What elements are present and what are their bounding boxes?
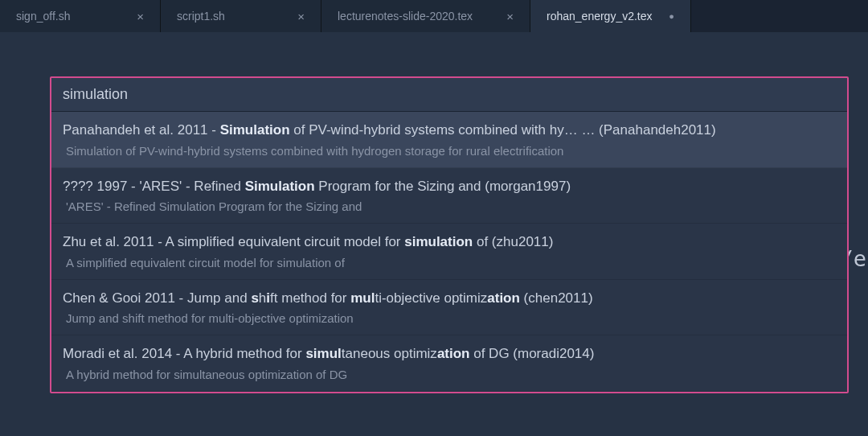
tab-label: lecturenotes-slide-2020.tex [338,10,473,23]
result-title: Panahandeh et al. 2011 - Simulation of P… [63,120,836,141]
result-title: Moradi et al. 2014 - A hybrid method for… [63,343,836,364]
tab-sign-off[interactable]: sign_off.sh × [0,0,161,32]
result-item[interactable]: ???? 1997 - 'ARES' - Refined Simulation … [51,168,847,224]
tab-label: script1.sh [177,10,225,23]
search-input[interactable]: simulation [51,78,847,112]
result-item[interactable]: Zhu et al. 2011 - A simplified equivalen… [51,224,847,280]
editor-area[interactable]: each other, i.e., when the load of MG 2 … [0,32,868,436]
result-subtitle: 'ARES' - Refined Simulation Program for … [63,199,836,213]
result-item[interactable]: Panahandeh et al. 2011 - Simulation of P… [51,112,847,168]
close-icon[interactable]: × [137,10,144,23]
result-subtitle: Simulation of PV-wind-hybrid systems com… [63,144,836,158]
citation-picker-popup: simulation Panahandeh et al. 2011 - Simu… [50,76,849,393]
result-subtitle: A simplified equivalent circuit model fo… [63,256,836,269]
close-icon[interactable]: × [506,10,514,23]
dirty-indicator-icon: ● [669,11,674,21]
result-subtitle: A hybrid method for simultaneous optimiz… [63,368,836,381]
tab-script1[interactable]: script1.sh × [161,0,321,32]
tab-label: rohan_energy_v2.tex [547,10,653,23]
result-title: Chen & Gooi 2011 - Jump and shift method… [63,288,836,309]
tab-label: sign_off.sh [16,10,70,23]
result-title: Zhu et al. 2011 - A simplified equivalen… [63,232,836,253]
result-item[interactable]: Moradi et al. 2014 - A hybrid method for… [51,335,847,392]
tab-rohan-energy[interactable]: rohan_energy_v2.tex ● [530,0,691,32]
result-item[interactable]: Chen & Gooi 2011 - Jump and shift method… [51,280,847,336]
tab-lecturenotes[interactable]: lecturenotes-slide-2020.tex × [321,0,530,32]
result-title: ???? 1997 - 'ARES' - Refined Simulation … [63,176,836,197]
tab-bar: sign_off.sh × script1.sh × lecturenotes-… [0,0,868,32]
result-subtitle: Jump and shift method for multi-objectiv… [63,311,836,325]
close-icon[interactable]: × [297,10,305,23]
results-list: Panahandeh et al. 2011 - Simulation of P… [51,112,847,392]
